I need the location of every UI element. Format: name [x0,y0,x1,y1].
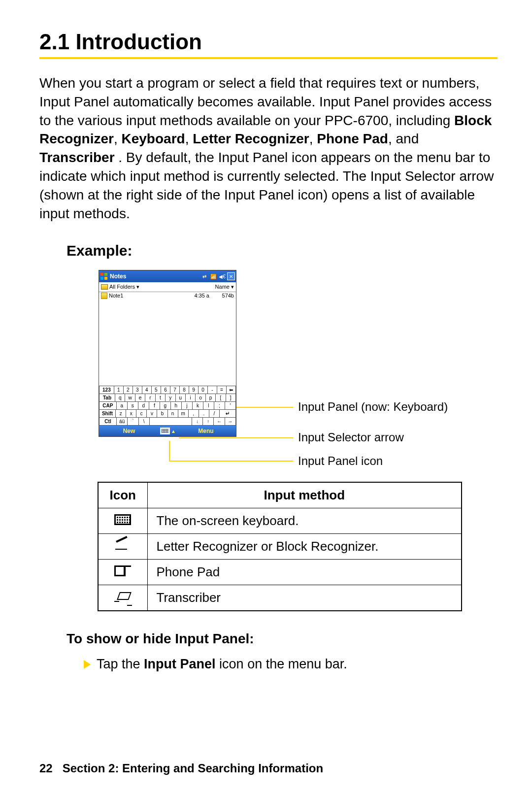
step-text-bold: Input Panel [144,657,216,671]
device-titlebar: Notes ⇄ 📶 ◀€ ✕ [99,270,236,282]
annotation-selector-arrow: Input Selector arrow [298,431,404,444]
bold-keyboard: Keyboard [122,131,185,146]
table-row: The on-screen keyboard. [98,508,462,534]
menu-new: New [99,428,159,434]
svg-rect-2 [100,277,103,280]
keyboard-icon [114,514,131,525]
svg-rect-0 [100,273,103,276]
example-figure: Notes ⇄ 📶 ◀€ ✕ All Folders ▾ Name ▾ Note… [99,270,498,472]
page-footer: 22 Section 2: Entering and Searching Inf… [39,762,323,775]
device-toolbar: All Folders ▾ Name ▾ [99,282,236,292]
sync-icon: ⇄ [200,272,208,280]
bullet-triangle-icon [84,660,91,669]
intro-paragraph: When you start a program or select a fie… [39,74,498,223]
note-size: 574b [209,293,234,299]
intro-text-1: When you start a program or select a fie… [39,75,492,128]
table-row: Phone Pad [98,560,462,585]
subheading: To show or hide Input Panel: [66,631,498,647]
signal-icon: 📶 [209,272,217,280]
method-desc: Letter Recognizer or Block Recognizer. [147,534,462,560]
table-header-method: Input method [147,482,462,508]
device-menubar: New ▲ Menu [99,426,236,436]
kbd-row-3: CAPasdfghjkl;' [99,402,236,410]
notes-list: Note1 4:35 a 574b [99,292,236,386]
table-header-icon: Icon [98,482,147,508]
kbd-row-5: Ctláü`\↓↑←→ [99,418,236,426]
annotation-line [179,437,293,438]
svg-rect-1 [104,273,107,276]
step-text-post: icon on the menu bar. [216,657,347,671]
page-number: 22 [39,762,53,775]
kbd-row-4: Shiftzxcvbnm,./↵ [99,410,236,418]
instruction-step: Tap the Input Panel icon on the menu bar… [84,657,498,672]
bold-phone-pad: Phone Pad [317,131,388,146]
table-row: Transcriber [98,585,462,611]
device-screenshot: Notes ⇄ 📶 ◀€ ✕ All Folders ▾ Name ▾ Note… [99,270,236,437]
note-icon [101,293,107,299]
example-label: Example: [66,242,498,259]
list-item: Note1 4:35 a 574b [99,292,236,299]
folder-icon [101,284,108,290]
transcriber-icon [114,592,131,602]
annotation-panel-icon: Input Panel icon [298,454,383,468]
input-selector-arrow-icon: ▲ [171,428,176,434]
method-desc: Transcriber [147,585,462,611]
input-method-table: Icon Input method The on-screen keyboard… [98,482,462,611]
heading-underline [39,57,498,59]
annotation-keyboard: Input Panel (now: Keyboard) [298,400,448,414]
svg-rect-3 [104,277,107,280]
menu-menu: Menu [176,428,236,434]
note-time: 4:35 a [180,293,209,299]
pen-icon [115,540,130,551]
kbd-row-2: Tabqwertyuiop[] [99,394,236,402]
bold-transcriber: Transcriber [39,150,115,165]
method-desc: The on-screen keyboard. [147,508,462,534]
start-flag-icon [100,272,108,280]
volume-icon: ◀€ [218,272,226,280]
input-panel-icon [160,428,170,434]
close-icon: ✕ [227,272,235,280]
section-label: Section 2: Entering and Searching Inform… [63,762,323,775]
method-desc: Phone Pad [147,560,462,585]
bold-letter-recognizer: Letter Recognizer [193,131,309,146]
annotation-line [169,461,293,462]
step-text-pre: Tap the [97,657,144,671]
onscreen-keyboard: 1231234567890-=⬅ Tabqwertyuiop[] CAPasdf… [99,386,236,426]
app-title: Notes [110,273,200,280]
section-heading: 2.1 Introduction [39,30,498,54]
sort-dropdown: Name ▾ [215,284,234,290]
note-name: Note1 [109,293,180,299]
folders-dropdown: All Folders ▾ [109,284,139,290]
kbd-row-1: 1231234567890-=⬅ [99,386,236,394]
phone-pad-icon [114,565,131,576]
annotation-line [236,407,293,408]
table-row: Letter Recognizer or Block Recognizer. [98,534,462,560]
annotation-line [169,441,170,461]
